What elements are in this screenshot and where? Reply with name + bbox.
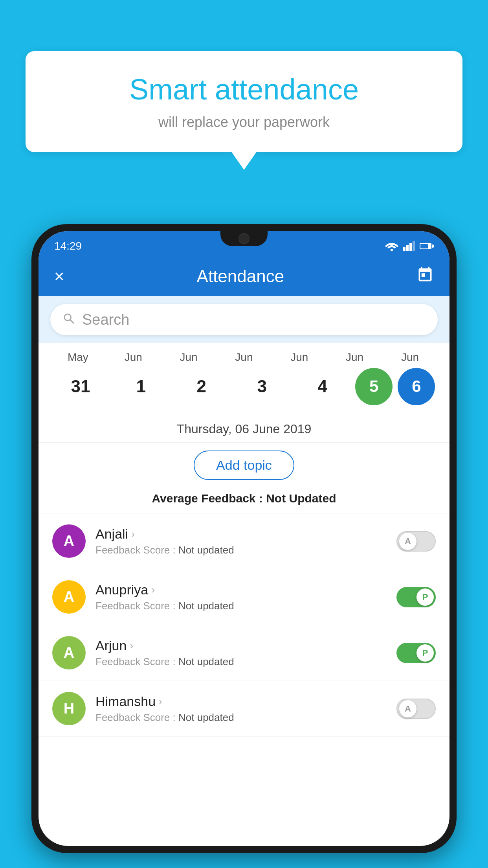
attendance-toggle[interactable]: P [396,587,436,607]
chevron-right-icon: › [130,640,133,652]
student-name: Himanshu › [95,694,387,709]
avg-feedback-value: Not Updated [266,492,336,505]
attendance-toggle[interactable]: A [396,531,436,552]
calendar-days-row: 31 1 2 3 4 5 6 [50,367,438,406]
signal-icon [403,241,415,251]
bubble-title: Smart attendance [49,73,439,106]
student-info: Arjun › Feedback Score : Not updated [95,638,387,668]
student-item[interactable]: A Anupriya › Feedback Score : Not update… [39,569,449,625]
search-bar[interactable]: Search [50,304,438,335]
toggle-knob: P [416,588,434,606]
cal-month-1: Jun [106,351,161,364]
search-icon [62,312,76,327]
attendance-toggle[interactable]: P [396,643,436,663]
phone-notch [220,231,268,246]
wifi-icon [385,241,398,251]
cal-day-5-active[interactable]: 5 [355,368,393,405]
header-title: Attendance [197,267,284,286]
toggle-knob: A [399,533,416,550]
student-item[interactable]: A Anjali › Feedback Score : Not updated … [39,513,449,569]
svg-rect-6 [420,244,428,248]
svg-point-0 [391,249,393,251]
svg-rect-1 [403,247,405,251]
phone-camera [238,233,250,244]
cal-month-0: May [50,351,106,364]
cal-day-1[interactable]: 1 [114,367,169,406]
student-info: Anjali › Feedback Score : Not updated [95,526,387,556]
cal-month-2: Jun [161,351,216,364]
cal-month-6: Jun [382,351,438,364]
calendar-months-row: May Jun Jun Jun Jun Jun Jun [50,351,438,364]
search-container: Search [39,296,449,343]
svg-rect-3 [409,243,412,251]
avg-feedback: Average Feedback : Not Updated [39,488,449,513]
student-name: Anupriya › [95,582,387,598]
add-topic-button[interactable]: Add topic [194,451,294,480]
student-avatar: A [52,580,86,614]
cal-day-2[interactable]: 2 [174,367,229,406]
cal-month-3: Jun [216,351,272,364]
status-time: 14:29 [54,240,82,252]
app-header: × Attendance [39,257,449,296]
bubble-subtitle: will replace your paperwork [49,114,439,131]
close-button[interactable]: × [54,267,64,286]
student-feedback: Feedback Score : Not updated [95,712,387,724]
student-item[interactable]: A Arjun › Feedback Score : Not updated P [39,625,449,681]
phone-screen: 14:29 [39,231,449,846]
student-info: Himanshu › Feedback Score : Not updated [95,694,387,724]
speech-bubble-container: Smart attendance will replace your paper… [26,51,462,152]
student-avatar: H [52,692,86,725]
svg-rect-7 [432,245,434,248]
avg-feedback-label: Average Feedback : [152,492,262,505]
student-info: Anupriya › Feedback Score : Not updated [95,582,387,612]
student-item[interactable]: H Himanshu › Feedback Score : Not update… [39,681,449,737]
add-topic-container: Add topic [39,443,449,488]
toggle-knob: P [416,644,434,662]
student-avatar: A [52,524,86,558]
chevron-right-icon: › [131,528,135,540]
search-input-label: Search [82,311,129,328]
cal-month-5: Jun [327,351,382,364]
cal-day-3[interactable]: 3 [234,367,290,406]
phone-frame: 14:29 [31,224,457,868]
speech-bubble: Smart attendance will replace your paper… [26,51,462,152]
attendance-toggle[interactable]: A [396,699,436,719]
calendar-strip: May Jun Jun Jun Jun Jun Jun 31 1 2 3 4 5… [39,343,449,414]
student-feedback: Feedback Score : Not updated [95,656,387,668]
student-avatar: A [52,636,86,669]
cal-day-4[interactable]: 4 [295,367,350,406]
phone-outer: 14:29 [31,224,457,853]
date-display: Thursday, 06 June 2019 [39,414,449,443]
student-feedback: Feedback Score : Not updated [95,544,387,556]
battery-icon [420,242,434,250]
chevron-right-icon: › [159,695,162,708]
svg-rect-4 [413,241,415,251]
svg-rect-2 [406,245,409,251]
cal-day-31[interactable]: 31 [53,367,108,406]
toggle-knob: A [399,700,416,717]
student-name: Arjun › [95,638,387,653]
cal-month-4: Jun [272,351,327,364]
student-list: A Anjali › Feedback Score : Not updated … [39,513,449,737]
calendar-icon[interactable] [416,266,434,287]
chevron-right-icon: › [151,584,155,596]
student-name: Anjali › [95,526,387,542]
status-icons [385,241,434,251]
student-feedback: Feedback Score : Not updated [95,600,387,612]
cal-day-6-selected[interactable]: 6 [398,368,435,405]
